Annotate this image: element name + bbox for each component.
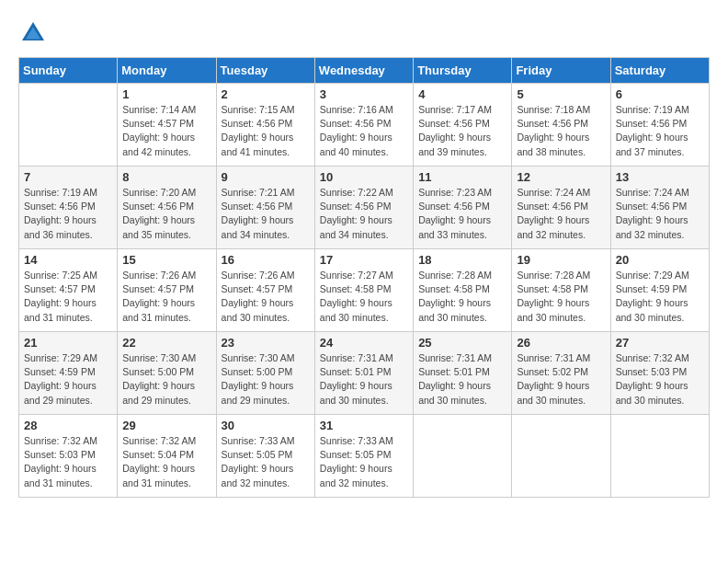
calendar-cell: 25Sunrise: 7:31 AM Sunset: 5:01 PM Dayli… [414,332,512,415]
calendar-cell: 10Sunrise: 7:22 AM Sunset: 4:56 PM Dayli… [314,167,413,249]
day-number: 31 [320,419,408,432]
calendar-cell: 4Sunrise: 7:17 AM Sunset: 4:56 PM Daylig… [414,84,512,167]
day-number: 6 [616,87,704,101]
day-number: 9 [222,170,310,184]
calendar-cell: 16Sunrise: 7:26 AM Sunset: 4:57 PM Dayli… [216,249,314,332]
calendar-cell: 28Sunrise: 7:32 AM Sunset: 5:03 PM Dayli… [19,415,118,498]
calendar-cell [512,415,610,498]
calendar-cell: 31Sunrise: 7:33 AM Sunset: 5:05 PM Dayli… [314,415,413,498]
calendar-cell [610,415,709,498]
day-number: 23 [222,336,310,350]
calendar-table: SundayMondayTuesdayWednesdayThursdayFrid… [18,57,710,498]
calendar-cell: 29Sunrise: 7:32 AM Sunset: 5:04 PM Dayli… [118,415,216,498]
day-info: Sunrise: 7:28 AM Sunset: 4:58 PM Dayligh… [517,269,605,325]
day-info: Sunrise: 7:33 AM Sunset: 5:05 PM Dayligh… [320,434,408,490]
day-number: 17 [320,253,408,267]
day-number: 27 [616,336,704,350]
calendar-cell: 12Sunrise: 7:24 AM Sunset: 4:56 PM Dayli… [512,167,610,249]
calendar-header-friday: Friday [512,58,610,84]
day-number: 26 [517,336,605,350]
day-number: 7 [24,170,112,184]
calendar-week-row: 14Sunrise: 7:25 AM Sunset: 4:57 PM Dayli… [19,249,710,332]
day-info: Sunrise: 7:25 AM Sunset: 4:57 PM Dayligh… [24,269,112,325]
calendar-cell: 14Sunrise: 7:25 AM Sunset: 4:57 PM Dayli… [19,249,118,332]
day-info: Sunrise: 7:32 AM Sunset: 5:03 PM Dayligh… [24,434,112,490]
day-info: Sunrise: 7:20 AM Sunset: 4:56 PM Dayligh… [122,186,210,242]
day-info: Sunrise: 7:31 AM Sunset: 5:01 PM Dayligh… [418,351,506,408]
calendar-cell: 24Sunrise: 7:31 AM Sunset: 5:01 PM Dayli… [314,332,413,415]
day-number: 14 [24,253,112,267]
day-info: Sunrise: 7:23 AM Sunset: 4:56 PM Dayligh… [418,186,506,242]
day-info: Sunrise: 7:27 AM Sunset: 4:58 PM Dayligh… [320,269,408,325]
day-number: 28 [24,419,112,432]
day-number: 8 [122,170,210,184]
calendar-cell: 21Sunrise: 7:29 AM Sunset: 4:59 PM Dayli… [19,332,118,415]
day-info: Sunrise: 7:19 AM Sunset: 4:56 PM Dayligh… [616,103,704,159]
page-header [18,18,710,48]
logo [18,18,53,48]
calendar-cell: 2Sunrise: 7:15 AM Sunset: 4:56 PM Daylig… [216,84,314,167]
calendar-cell: 23Sunrise: 7:30 AM Sunset: 5:00 PM Dayli… [216,332,314,415]
calendar-cell: 6Sunrise: 7:19 AM Sunset: 4:56 PM Daylig… [610,84,709,167]
calendar-header-monday: Monday [118,58,216,84]
day-number: 16 [222,253,310,267]
day-info: Sunrise: 7:16 AM Sunset: 4:56 PM Dayligh… [320,103,408,159]
calendar-week-row: 28Sunrise: 7:32 AM Sunset: 5:03 PM Dayli… [19,415,710,498]
calendar-week-row: 21Sunrise: 7:29 AM Sunset: 4:59 PM Dayli… [19,332,710,415]
day-info: Sunrise: 7:31 AM Sunset: 5:02 PM Dayligh… [517,351,605,408]
calendar-cell: 11Sunrise: 7:23 AM Sunset: 4:56 PM Dayli… [414,167,512,249]
calendar-cell: 7Sunrise: 7:19 AM Sunset: 4:56 PM Daylig… [19,167,118,249]
calendar-header-tuesday: Tuesday [216,58,314,84]
day-info: Sunrise: 7:30 AM Sunset: 5:00 PM Dayligh… [122,351,210,408]
day-number: 2 [222,87,310,101]
calendar-cell: 9Sunrise: 7:21 AM Sunset: 4:56 PM Daylig… [216,167,314,249]
calendar-cell: 26Sunrise: 7:31 AM Sunset: 5:02 PM Dayli… [512,332,610,415]
day-info: Sunrise: 7:32 AM Sunset: 5:04 PM Dayligh… [122,434,210,490]
day-info: Sunrise: 7:21 AM Sunset: 4:56 PM Dayligh… [222,186,310,242]
day-number: 21 [24,336,112,350]
calendar-header-row: SundayMondayTuesdayWednesdayThursdayFrid… [19,58,710,84]
day-number: 18 [418,253,506,267]
day-number: 13 [616,170,704,184]
day-info: Sunrise: 7:26 AM Sunset: 4:57 PM Dayligh… [122,269,210,325]
calendar-cell: 5Sunrise: 7:18 AM Sunset: 4:56 PM Daylig… [512,84,610,167]
day-info: Sunrise: 7:24 AM Sunset: 4:56 PM Dayligh… [517,186,605,242]
day-number: 12 [517,170,605,184]
day-number: 22 [122,336,210,350]
calendar-header-saturday: Saturday [610,58,709,84]
calendar-cell: 15Sunrise: 7:26 AM Sunset: 4:57 PM Dayli… [118,249,216,332]
day-info: Sunrise: 7:28 AM Sunset: 4:58 PM Dayligh… [418,269,506,325]
day-number: 4 [418,87,506,101]
day-info: Sunrise: 7:26 AM Sunset: 4:57 PM Dayligh… [222,269,310,325]
day-info: Sunrise: 7:14 AM Sunset: 4:57 PM Dayligh… [122,103,210,159]
day-number: 19 [517,253,605,267]
day-number: 30 [222,419,310,432]
day-number: 3 [320,87,408,101]
day-number: 20 [616,253,704,267]
day-info: Sunrise: 7:17 AM Sunset: 4:56 PM Dayligh… [418,103,506,159]
calendar-cell: 8Sunrise: 7:20 AM Sunset: 4:56 PM Daylig… [118,167,216,249]
day-info: Sunrise: 7:22 AM Sunset: 4:56 PM Dayligh… [320,186,408,242]
day-info: Sunrise: 7:29 AM Sunset: 4:59 PM Dayligh… [616,269,704,325]
day-info: Sunrise: 7:24 AM Sunset: 4:56 PM Dayligh… [616,186,704,242]
day-info: Sunrise: 7:30 AM Sunset: 5:00 PM Dayligh… [222,351,310,408]
calendar-cell: 30Sunrise: 7:33 AM Sunset: 5:05 PM Dayli… [216,415,314,498]
day-info: Sunrise: 7:32 AM Sunset: 5:03 PM Dayligh… [616,351,704,408]
day-info: Sunrise: 7:15 AM Sunset: 4:56 PM Dayligh… [222,103,310,159]
day-info: Sunrise: 7:31 AM Sunset: 5:01 PM Dayligh… [320,351,408,408]
calendar-header-thursday: Thursday [414,58,512,84]
day-number: 11 [418,170,506,184]
day-number: 29 [122,419,210,432]
calendar-cell: 20Sunrise: 7:29 AM Sunset: 4:59 PM Dayli… [610,249,709,332]
day-number: 15 [122,253,210,267]
calendar-cell [19,84,118,167]
calendar-cell: 1Sunrise: 7:14 AM Sunset: 4:57 PM Daylig… [118,84,216,167]
day-number: 10 [320,170,408,184]
day-info: Sunrise: 7:29 AM Sunset: 4:59 PM Dayligh… [24,351,112,408]
day-number: 5 [517,87,605,101]
calendar-week-row: 1Sunrise: 7:14 AM Sunset: 4:57 PM Daylig… [19,84,710,167]
calendar-cell: 13Sunrise: 7:24 AM Sunset: 4:56 PM Dayli… [610,167,709,249]
calendar-cell: 3Sunrise: 7:16 AM Sunset: 4:56 PM Daylig… [314,84,413,167]
day-number: 24 [320,336,408,350]
calendar-header-sunday: Sunday [19,58,118,84]
